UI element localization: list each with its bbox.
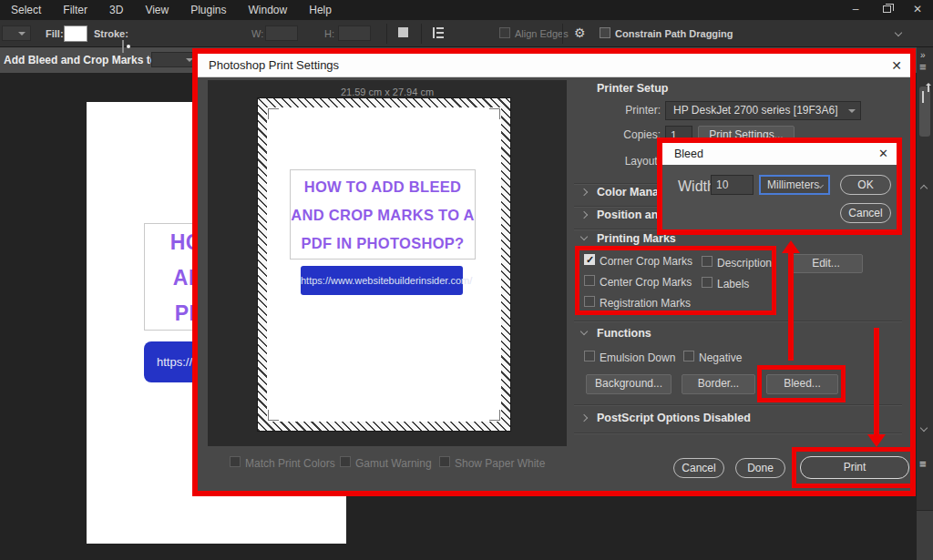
gear-icon[interactable]: ⚙ — [574, 26, 586, 39]
bleed-dialog-title: Bleed — [674, 148, 703, 160]
share-icon[interactable] — [922, 91, 924, 103]
menu-item-window[interactable]: Window — [238, 0, 299, 20]
paper-dimensions-label: 21.59 cm x 27.94 cm — [208, 87, 567, 97]
section-postscript[interactable]: PostScript Options Disabled — [597, 412, 751, 424]
printer-value: HP DeskJet 2700 series [19F3A6] — [673, 104, 838, 117]
close-icon[interactable]: ✕ — [902, 0, 933, 20]
preview-url-button: https://www.websitebuilderinsider.com/ — [301, 266, 463, 295]
constrain-path-label: Constrain Path Dragging — [615, 28, 733, 39]
align-edges-checkbox[interactable] — [499, 27, 510, 38]
stroke-label: Stroke: — [94, 28, 128, 39]
workspace-chevron-icon[interactable] — [895, 29, 902, 36]
annotation-arrow-down — [874, 328, 879, 435]
menu-item-select[interactable]: Select — [0, 0, 52, 20]
emulsion-down-checkbox[interactable] — [584, 351, 595, 361]
annotation-box-printing-marks — [575, 246, 776, 315]
section-functions[interactable]: Functions — [597, 327, 651, 340]
crop-mark-icon — [268, 108, 279, 119]
tool-preset-dropdown[interactable] — [2, 25, 31, 41]
annotation-arrow-up-head — [782, 240, 800, 253]
dock-scrollbar[interactable] — [919, 87, 930, 137]
menu-item-filter[interactable]: Filter — [52, 0, 98, 20]
negative-checkbox[interactable] — [683, 351, 694, 361]
menu-item-3d[interactable]: 3D — [98, 0, 134, 20]
annotation-arrow-up — [788, 253, 794, 361]
background-button[interactable]: Background... — [586, 374, 672, 394]
annotation-arrow-down-head — [867, 434, 886, 447]
menu-bar: Select Filter 3D View Plugins Window Hel… — [0, 0, 933, 20]
fill-swatch[interactable] — [64, 25, 87, 42]
bleed-units-value: Millimeters — [767, 178, 819, 191]
chevron-down-icon[interactable] — [580, 328, 588, 335]
path-operations-icon[interactable] — [398, 27, 408, 37]
layout-label: Layout: — [580, 155, 661, 168]
align-edges-label: Align Edges — [515, 28, 569, 39]
menu-item-view[interactable]: View — [134, 0, 179, 20]
annotation-box-bleed-button — [757, 365, 846, 402]
gamut-warning-checkbox[interactable] — [340, 456, 351, 467]
menu-item-plugins[interactable]: Plugins — [179, 0, 237, 20]
printer-label: Printer: — [580, 104, 661, 117]
preview-page: HOW TO ADD BLEED AND CROP MARKS TO A PDF… — [258, 98, 510, 431]
done-button[interactable]: Done — [735, 458, 785, 478]
show-paper-white-label: Show Paper White — [455, 457, 545, 470]
chevron-right-icon[interactable] — [580, 188, 588, 196]
preview-headline-line: AND CROP MARKS TO A — [291, 201, 475, 229]
edit-button[interactable]: Edit... — [789, 254, 863, 273]
close-icon[interactable]: ✕ — [878, 143, 888, 165]
width-label: W: — [251, 28, 263, 39]
panel-menu-icon[interactable]: ≡ — [919, 60, 927, 74]
preview-headline-line: PDF IN PHOTOSHOP? — [291, 229, 475, 258]
gamut-warning-label: Gamut Warning — [355, 457, 432, 470]
height-label: H: — [324, 28, 334, 39]
print-dialog-title-bar[interactable]: Photoshop Print Settings ✕ — [198, 54, 910, 77]
preview-page-inner: HOW TO ADD BLEED AND CROP MARKS TO A PDF… — [267, 107, 501, 422]
section-color-management[interactable]: Color Manag — [597, 186, 666, 199]
annotation-box-bleed-dialog: Bleed ✕ Width: Millimeters OK Cancel — [657, 137, 902, 235]
bleed-cancel-button[interactable]: Cancel — [840, 203, 891, 223]
width-input[interactable] — [265, 25, 298, 41]
annotation-box-print — [792, 447, 915, 488]
printer-select[interactable]: HP DeskJet 2700 series [19F3A6] — [665, 101, 861, 120]
panel-dock: » ≡ ≡ — [917, 47, 933, 560]
chevron-down-icon[interactable] — [920, 424, 928, 432]
printer-setup-heading: Printer Setup — [597, 82, 669, 95]
chevron-down-icon[interactable] — [580, 233, 588, 240]
height-input[interactable] — [338, 25, 371, 41]
stroke-swatch[interactable] — [122, 40, 124, 53]
show-paper-white-checkbox[interactable] — [439, 456, 450, 467]
path-alignment-icon[interactable] — [433, 27, 444, 38]
panel-menu-icon[interactable]: ≡ — [919, 457, 927, 471]
crop-mark-icon — [489, 410, 500, 421]
fill-label: Fill: — [46, 28, 64, 39]
print-preview-panel: 21.59 cm x 27.94 cm HOW TO ADD BLEED AND… — [208, 80, 567, 446]
bleed-units-select[interactable]: Millimeters — [759, 175, 830, 195]
negative-label: Negative — [699, 351, 742, 364]
print-dialog-title: Photoshop Print Settings — [209, 58, 339, 72]
preview-headline-box: HOW TO ADD BLEED AND CROP MARKS TO A PDF… — [290, 169, 476, 260]
ok-button[interactable]: OK — [840, 175, 891, 195]
collapse-panels-icon[interactable]: » — [920, 50, 926, 60]
bleed-width-input[interactable] — [711, 175, 754, 195]
section-position-size[interactable]: Position and — [597, 209, 665, 221]
minimize-icon[interactable]: – — [840, 0, 871, 20]
bleed-dialog-title-bar[interactable]: Bleed ✕ — [662, 143, 897, 165]
chevron-right-icon[interactable] — [580, 414, 588, 422]
chevron-right-icon[interactable] — [580, 211, 588, 219]
cancel-button[interactable]: Cancel — [673, 458, 724, 478]
preview-headline-line: HOW TO ADD BLEED — [291, 173, 475, 201]
crop-mark-icon — [489, 108, 500, 119]
chevron-up-icon[interactable] — [920, 185, 928, 192]
copies-label: Copies: — [580, 128, 661, 141]
options-bar: Fill: Stroke: W: H: Align Edges ⚙ Constr… — [0, 20, 933, 47]
border-button[interactable]: Border... — [682, 374, 755, 394]
dock-footer — [917, 510, 933, 560]
close-icon[interactable]: ✕ — [891, 54, 902, 77]
restore-icon[interactable] — [871, 0, 902, 20]
menu-item-help[interactable]: Help — [298, 0, 343, 20]
constrain-path-checkbox[interactable] — [600, 27, 610, 38]
match-print-colors-checkbox[interactable] — [230, 456, 241, 467]
emulsion-down-label: Emulsion Down — [600, 351, 675, 364]
crop-mark-icon — [268, 410, 279, 421]
match-print-colors-label: Match Print Colors — [245, 457, 335, 470]
